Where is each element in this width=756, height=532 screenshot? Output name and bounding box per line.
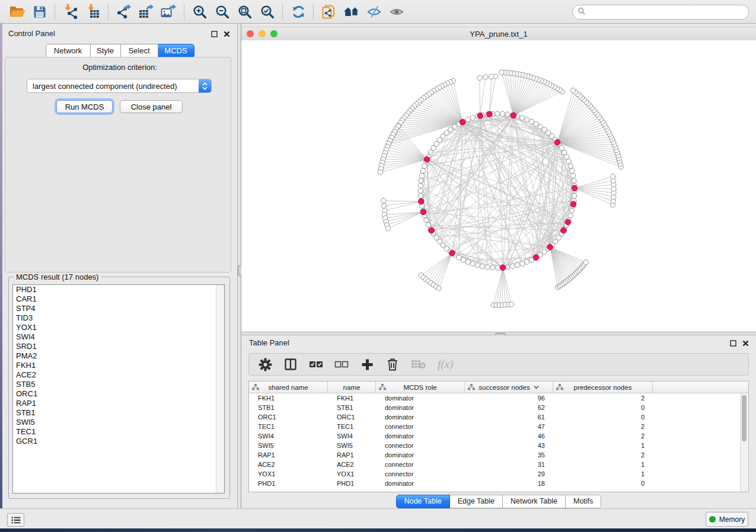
- cell-name[interactable]: SWI4: [328, 432, 376, 440]
- cell-shared-name[interactable]: ORC1: [249, 414, 328, 421]
- cell-shared-name[interactable]: RAP1: [249, 451, 328, 459]
- table-row[interactable]: ACE2ACE2connector311: [249, 460, 748, 469]
- float-panel-icon[interactable]: [729, 339, 736, 347]
- cell-MCDS-role[interactable]: dominator: [376, 395, 465, 402]
- open-file-icon[interactable]: [6, 2, 28, 21]
- vertical-splitter[interactable]: [237, 24, 241, 508]
- window-zoom-icon[interactable]: [270, 30, 277, 37]
- select-all-icon[interactable]: [308, 357, 324, 372]
- refresh-icon[interactable]: [287, 2, 310, 21]
- mcds-result-item[interactable]: FKH1: [13, 361, 224, 370]
- table-row[interactable]: TEC1TEC1connector472: [249, 422, 748, 431]
- table-row[interactable]: FKH1FKH1dominator962: [249, 393, 748, 403]
- column-header-predecessor-nodes[interactable]: predecessor nodes: [553, 382, 653, 393]
- cell-name[interactable]: YOX1: [328, 470, 376, 477]
- cell-name[interactable]: ACE2: [328, 461, 376, 468]
- cell-name[interactable]: PHD1: [328, 480, 376, 487]
- cell-name[interactable]: STB1: [328, 404, 376, 411]
- close-panel-button[interactable]: Close panel: [120, 100, 183, 113]
- column-header-name[interactable]: name: [328, 382, 376, 393]
- search-input[interactable]: [589, 8, 748, 17]
- cell-MCDS-role[interactable]: dominator: [376, 414, 465, 421]
- tab-motifs[interactable]: Motifs: [566, 495, 601, 508]
- cell-successor-nodes[interactable]: 35: [465, 451, 553, 459]
- cell-MCDS-role[interactable]: connector: [376, 423, 465, 430]
- cell-predecessor-nodes[interactable]: 0: [553, 404, 653, 411]
- cell-predecessor-nodes[interactable]: 0: [553, 414, 653, 421]
- mcds-result-item[interactable]: SWI4: [13, 332, 224, 342]
- column-header-successor-nodes[interactable]: successor nodes: [465, 382, 553, 393]
- table-row[interactable]: STB1STB1dominator620: [249, 403, 748, 412]
- mcds-result-item[interactable]: SRD1: [13, 342, 224, 351]
- network-window-titlebar[interactable]: YPA_prune.txt_1: [241, 27, 756, 41]
- table-scrollbar-thumb[interactable]: [742, 395, 747, 441]
- cell-MCDS-role[interactable]: connector: [376, 442, 465, 449]
- memory-button[interactable]: Memory: [706, 512, 748, 527]
- cell-shared-name[interactable]: SWI5: [249, 442, 328, 449]
- mcds-result-item[interactable]: CAR1: [13, 294, 224, 304]
- column-header-MCDS-role[interactable]: MCDS role: [376, 382, 465, 393]
- cell-successor-nodes[interactable]: 18: [465, 480, 553, 487]
- cell-shared-name[interactable]: STB1: [249, 404, 328, 411]
- import-table-icon[interactable]: [82, 2, 104, 21]
- cell-name[interactable]: SWI5: [328, 442, 376, 449]
- zoom-fit-icon[interactable]: [234, 2, 256, 21]
- settings-icon[interactable]: [257, 357, 273, 372]
- export-image-icon[interactable]: [158, 2, 180, 21]
- cell-predecessor-nodes[interactable]: 2: [553, 395, 653, 402]
- float-panel-icon[interactable]: [210, 30, 218, 37]
- cell-shared-name[interactable]: ACE2: [249, 461, 328, 468]
- cell-predecessor-nodes[interactable]: 2: [553, 432, 653, 440]
- tab-node-table[interactable]: Node Table: [396, 495, 450, 508]
- zoom-in-icon[interactable]: [189, 2, 211, 21]
- export-table-icon[interactable]: [135, 2, 158, 21]
- export-network-icon[interactable]: [113, 2, 135, 21]
- window-close-icon[interactable]: [247, 30, 254, 37]
- cell-name[interactable]: TEC1: [328, 423, 376, 430]
- network-graph-canvas[interactable]: [241, 40, 756, 332]
- optimization-criterion-select[interactable]: largest connected component (undirected): [27, 79, 212, 93]
- mcds-result-item[interactable]: SWI5: [13, 418, 224, 427]
- cell-shared-name[interactable]: PHD1: [249, 480, 328, 487]
- table-row[interactable]: SWI4SWI4dominator462: [249, 431, 748, 441]
- cell-successor-nodes[interactable]: 61: [465, 414, 553, 421]
- cell-shared-name[interactable]: TEC1: [249, 423, 328, 430]
- show-graphics-icon[interactable]: [385, 2, 408, 21]
- cell-predecessor-nodes[interactable]: 0: [553, 480, 653, 487]
- cell-MCDS-role[interactable]: dominator: [376, 432, 465, 440]
- mcds-result-item[interactable]: PHD1: [13, 285, 224, 294]
- table-row[interactable]: ORC1ORC1dominator610: [249, 412, 748, 422]
- cell-shared-name[interactable]: SWI4: [249, 432, 328, 440]
- tab-edge-table[interactable]: Edge Table: [450, 495, 503, 508]
- mcds-result-item[interactable]: TEC1: [13, 427, 224, 437]
- cell-name[interactable]: RAP1: [328, 451, 376, 459]
- close-panel-icon[interactable]: [742, 339, 749, 347]
- zoom-out-icon[interactable]: [211, 2, 234, 21]
- show-columns-icon[interactable]: [283, 357, 298, 372]
- cell-predecessor-nodes[interactable]: 2: [553, 451, 653, 459]
- duplicate-network-icon[interactable]: [318, 2, 340, 21]
- table-row[interactable]: YOX1YOX1connector291: [249, 469, 748, 479]
- mcds-result-list[interactable]: PHD1CAR1STP4TID3YOX1SWI4SRD1PMA2FKH1ACE2…: [12, 284, 225, 493]
- mcds-result-item[interactable]: ACE2: [13, 370, 224, 380]
- cell-name[interactable]: ORC1: [328, 414, 376, 421]
- mcds-result-item[interactable]: ORC1: [13, 389, 224, 399]
- cell-shared-name[interactable]: FKH1: [249, 395, 328, 402]
- import-network-icon[interactable]: [59, 2, 82, 21]
- save-icon[interactable]: [28, 2, 51, 21]
- cell-predecessor-nodes[interactable]: 1: [553, 470, 653, 477]
- hide-detail-icon[interactable]: [363, 2, 385, 21]
- cell-successor-nodes[interactable]: 43: [465, 442, 553, 449]
- mcds-result-item[interactable]: GCR1: [13, 437, 224, 446]
- mcds-result-item[interactable]: PMA2: [13, 351, 224, 361]
- cell-name[interactable]: FKH1: [328, 395, 376, 402]
- cell-MCDS-role[interactable]: dominator: [376, 480, 465, 487]
- column-header-shared-name[interactable]: shared name: [249, 382, 328, 393]
- table-row[interactable]: PHD1PHD1dominator180: [249, 479, 748, 488]
- tab-network-table[interactable]: Network Table: [503, 495, 566, 508]
- search-box[interactable]: [572, 5, 749, 20]
- mcds-result-item[interactable]: TID3: [13, 313, 224, 323]
- cell-MCDS-role[interactable]: dominator: [376, 451, 465, 459]
- tab-style[interactable]: Style: [91, 44, 121, 58]
- add-row-icon[interactable]: [359, 357, 375, 372]
